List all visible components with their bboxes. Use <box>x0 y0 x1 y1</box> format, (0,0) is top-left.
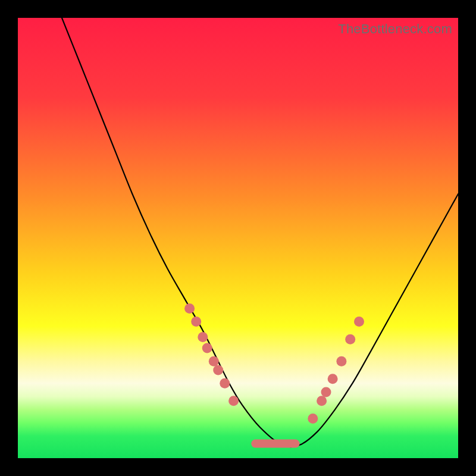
highlight-dot <box>213 365 223 375</box>
flat-segment-marker <box>251 440 299 448</box>
highlight-dot <box>209 356 219 367</box>
highlight-dot <box>328 374 338 384</box>
highlight-dot <box>354 317 364 327</box>
highlight-dot <box>202 343 212 353</box>
chart-svg <box>18 18 458 458</box>
highlight-dot <box>345 334 355 345</box>
highlight-dot <box>321 387 331 397</box>
highlight-dot <box>317 396 327 406</box>
highlight-dot <box>308 414 318 424</box>
highlight-dot <box>191 317 201 327</box>
highlight-dot <box>220 378 230 389</box>
watermark-text: TheBottleneck.com <box>338 21 452 37</box>
chart-frame: TheBottleneck.com <box>18 18 458 458</box>
highlight-dot <box>198 332 208 342</box>
gradient-bg <box>18 18 458 458</box>
highlight-dot <box>336 356 346 367</box>
highlight-dot <box>184 303 195 314</box>
highlight-dot <box>228 396 239 406</box>
